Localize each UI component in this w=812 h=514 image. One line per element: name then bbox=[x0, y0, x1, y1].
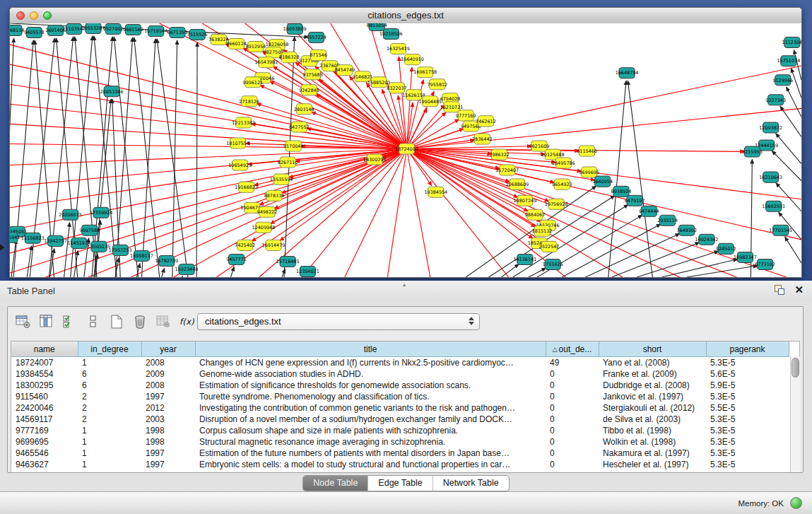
graph-node[interactable]: 17957253 bbox=[109, 245, 132, 255]
table-cell[interactable]: 5.6E-5 bbox=[706, 368, 789, 380]
column-header-name[interactable]: name bbox=[11, 341, 78, 357]
citation-edge-red[interactable] bbox=[407, 148, 801, 199]
table-row[interactable]: 977716911998Corpus callosum shape and si… bbox=[11, 425, 789, 436]
table-cell[interactable]: Investigating the contribution of common… bbox=[195, 402, 546, 414]
graph-node[interactable]: 1527002 bbox=[103, 24, 124, 35]
delete-trash-icon[interactable] bbox=[131, 313, 148, 330]
table-row[interactable]: 1456911722003Disruption of a novel membe… bbox=[11, 414, 789, 425]
table-cell[interactable]: 6 bbox=[78, 368, 141, 380]
graph-node[interactable]: 8621609 bbox=[529, 141, 550, 151]
graph-node[interactable]: 16053809 bbox=[283, 24, 307, 35]
graph-node[interactable]: 10553287 bbox=[82, 23, 105, 34]
table-cell[interactable]: 14569117 bbox=[11, 414, 78, 425]
graph-node[interactable]: 1733426 bbox=[543, 259, 563, 269]
graph-node[interactable]: 2522547 bbox=[539, 241, 560, 252]
table-cell[interactable]: 1997 bbox=[141, 448, 195, 459]
table-cell[interactable]: 0 bbox=[546, 368, 599, 380]
table-cell[interactable]: 1997 bbox=[141, 391, 195, 402]
graph-node[interactable]: 15692931 bbox=[762, 201, 785, 211]
graph-node[interactable]: 9097588 bbox=[80, 225, 100, 235]
column-header-year[interactable]: year bbox=[141, 341, 195, 357]
graph-node[interactable]: 9245012 bbox=[716, 243, 736, 254]
graph-node[interactable]: 8322037 bbox=[387, 83, 407, 93]
graph-node[interactable]: 1815132 bbox=[532, 226, 553, 236]
graph-node[interactable]: 17359924 bbox=[90, 207, 113, 218]
collapse-panel-arrow-icon[interactable] bbox=[0, 244, 4, 251]
graph-node[interactable]: 13942757 bbox=[44, 235, 67, 246]
graph-node[interactable]: 16648794 bbox=[616, 68, 639, 78]
network-view-window[interactable]: citations_edges.txt 16681349405578269140… bbox=[9, 7, 802, 278]
graph-node[interactable]: 9661169 bbox=[123, 25, 143, 35]
graph-node[interactable]: 9654923 bbox=[552, 179, 572, 189]
close-panel-icon[interactable]: ✕ bbox=[794, 285, 804, 295]
table-cell[interactable]: 9465546 bbox=[11, 448, 78, 459]
citation-edge-red[interactable] bbox=[10, 84, 407, 148]
table-cell[interactable]: 5.3E-5 bbox=[706, 459, 789, 470]
table-settings-icon[interactable] bbox=[15, 313, 32, 330]
graph-node[interactable]: 12213383 bbox=[232, 117, 255, 128]
table-cell[interactable]: Estimation of significance thresholds fo… bbox=[195, 380, 546, 391]
table-cell[interactable]: 2008 bbox=[141, 380, 195, 391]
graph-node[interactable]: 16640910 bbox=[401, 54, 424, 65]
table-cell[interactable]: 5.3E-5 bbox=[706, 414, 789, 425]
table-cell[interactable]: Nakamura et al. (1997) bbox=[599, 448, 706, 459]
table-cell[interactable]: 49 bbox=[546, 357, 599, 369]
table-row[interactable]: 2242004622012Investigating the contribut… bbox=[11, 402, 789, 414]
window-titlebar[interactable]: citations_edges.txt bbox=[10, 8, 801, 24]
graph-node[interactable]: 9457771 bbox=[226, 254, 247, 264]
graph-node[interactable]: 9777169 bbox=[456, 110, 476, 121]
table-cell[interactable]: 0 bbox=[546, 414, 599, 425]
table-cell[interactable]: 1998 bbox=[141, 436, 195, 448]
graph-node[interactable]: 16325419 bbox=[387, 44, 410, 54]
citation-edge-black[interactable] bbox=[196, 42, 197, 277]
table-cell[interactable]: 9777169 bbox=[11, 425, 78, 436]
graph-node[interactable]: 20206575 bbox=[59, 209, 82, 220]
table-cell[interactable]: 0 bbox=[546, 459, 599, 470]
graph-node[interactable]: 6773102 bbox=[755, 259, 775, 269]
citation-edge-black[interactable] bbox=[231, 267, 235, 277]
vertical-scrollbar[interactable] bbox=[790, 356, 800, 472]
table-row[interactable]: 969969511998Structural magnetic resonanc… bbox=[11, 436, 789, 448]
graph-node[interactable]: 9996121 bbox=[242, 77, 263, 88]
table-cell[interactable]: 5.3E-5 bbox=[706, 357, 789, 369]
table-cell[interactable]: 0 bbox=[546, 448, 599, 459]
table-row[interactable]: 1872400712008Changes of HCN gene express… bbox=[11, 357, 789, 369]
graph-node[interactable]: 8427552 bbox=[289, 122, 310, 132]
graph-node[interactable]: 9170044 bbox=[283, 141, 304, 151]
graph-node[interactable]: 7557224 bbox=[306, 33, 326, 43]
graph-node[interactable]: 871546 bbox=[310, 50, 327, 61]
column-header-short[interactable]: short bbox=[599, 341, 706, 357]
table-cell[interactable]: 1997 bbox=[141, 459, 195, 470]
table-cell[interactable]: 1 bbox=[78, 459, 141, 470]
table-cell[interactable]: Yano et al. (2008) bbox=[599, 357, 706, 369]
citation-edge-black[interactable] bbox=[27, 246, 31, 277]
citation-edge-black[interactable] bbox=[687, 266, 758, 277]
graph-node[interactable]: 1668134 bbox=[10, 25, 24, 36]
citation-edge-black[interactable] bbox=[529, 268, 546, 277]
table-cell[interactable]: 1 bbox=[78, 357, 141, 369]
table-row[interactable]: 1938455462009Genome-wide association stu… bbox=[11, 368, 789, 380]
graph-node[interactable]: 16210643 bbox=[759, 172, 782, 182]
graph-node[interactable]: 16914479 bbox=[262, 240, 286, 250]
table-cell[interactable]: 1 bbox=[78, 436, 141, 448]
graph-node[interactable]: 2718126 bbox=[239, 96, 259, 107]
table-cell[interactable]: 1998 bbox=[141, 425, 195, 436]
table-cell[interactable]: Estimation of the future numbers of pati… bbox=[195, 448, 546, 459]
graph-node[interactable]: 7515526 bbox=[187, 30, 208, 40]
node-table[interactable]: namein_degreeyeartitle△out_de...shortpag… bbox=[11, 341, 800, 472]
table-cell[interactable]: Embryonic stem cells: a model to study s… bbox=[195, 459, 546, 470]
table-cell[interactable]: 2012 bbox=[141, 402, 195, 414]
table-cell[interactable]: Structural magnetic resonance image aver… bbox=[195, 436, 546, 448]
graph-node[interactable]: 8878334 bbox=[264, 190, 285, 201]
graph-node[interactable]: 14136141 bbox=[513, 254, 536, 264]
table-cell[interactable]: 22420046 bbox=[11, 402, 78, 414]
graph-node[interactable]: 8267110 bbox=[278, 157, 298, 168]
graph-node[interactable]: 16543982 bbox=[255, 57, 278, 68]
citation-edge-black[interactable] bbox=[562, 224, 660, 277]
table-cell[interactable]: 19384554 bbox=[11, 368, 78, 380]
table-cell[interactable]: de Silva et al. (2003) bbox=[599, 414, 706, 425]
column-header-in_degree[interactable]: in_degree bbox=[78, 341, 141, 357]
row-selector-icon[interactable] bbox=[85, 313, 102, 330]
citation-edge-black[interactable] bbox=[182, 276, 183, 277]
tab-edge-table[interactable]: Edge Table bbox=[368, 476, 433, 491]
